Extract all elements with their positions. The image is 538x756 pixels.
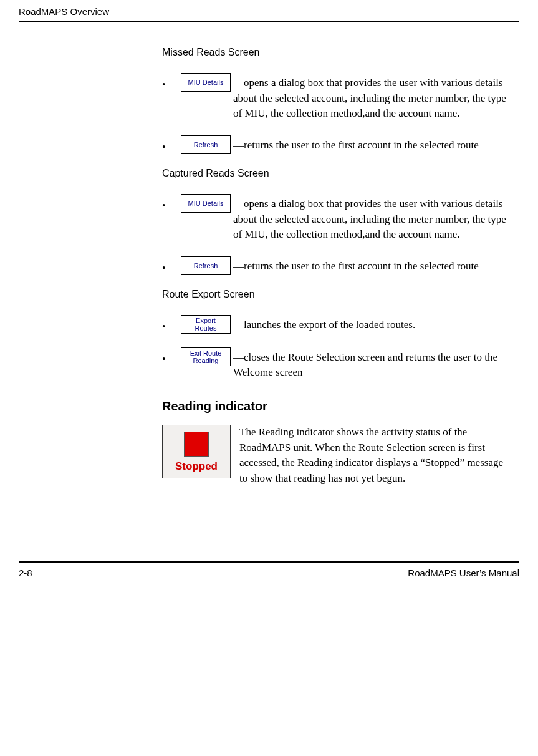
bullet-dot-icon: • bbox=[162, 347, 181, 365]
refresh-button[interactable]: Refresh bbox=[181, 256, 231, 275]
footer-manual-title: RoadMAPS User’s Manual bbox=[408, 568, 519, 578]
item-description: —closes the Route Selection screen and r… bbox=[233, 347, 507, 380]
bullet-dot-icon: • bbox=[162, 315, 181, 332]
reading-indicator-block: Stopped The Reading indicator shows the … bbox=[162, 425, 507, 487]
item-description: —opens a dialog box that provides the us… bbox=[233, 73, 507, 122]
reading-indicator-text: The Reading indicator shows the activity… bbox=[239, 425, 507, 487]
item-description: —returns the user to the first account i… bbox=[233, 256, 507, 274]
item-description: —returns the user to the first account i… bbox=[233, 135, 507, 153]
miu-details-button[interactable]: MIU Details bbox=[181, 194, 231, 213]
bullet-item: • Refresh —returns the user to the first… bbox=[162, 256, 507, 275]
refresh-button[interactable]: Refresh bbox=[181, 135, 231, 154]
dash: — bbox=[233, 139, 244, 151]
bullet-item: • MIU Details —opens a dialog box that p… bbox=[162, 194, 507, 243]
desc-text: launches the export of the loaded routes… bbox=[244, 319, 415, 331]
item-description: —opens a dialog box that provides the us… bbox=[233, 194, 507, 243]
bullet-item: • Exit Route Reading —closes the Route S… bbox=[162, 347, 507, 380]
bullet-item: • Export Routes —launches the export of … bbox=[162, 315, 507, 334]
dash: — bbox=[233, 319, 244, 331]
dash: — bbox=[233, 351, 244, 363]
page-footer: 2-8 RoadMAPS User’s Manual bbox=[19, 561, 519, 578]
reading-indicator-heading: Reading indicator bbox=[162, 399, 507, 414]
bullet-item: • Refresh —returns the user to the first… bbox=[162, 135, 507, 154]
item-description: —launches the export of the loaded route… bbox=[233, 315, 507, 333]
bullet-dot-icon: • bbox=[162, 256, 181, 274]
footer-page-number: 2-8 bbox=[19, 568, 32, 578]
section-title-captured: Captured Reads Screen bbox=[162, 168, 507, 179]
section-title-missed: Missed Reads Screen bbox=[162, 47, 507, 58]
dash: — bbox=[233, 260, 244, 272]
section-title-route-export: Route Export Screen bbox=[162, 289, 507, 300]
page-header: RoadMAPS Overview bbox=[19, 6, 519, 22]
bullet-dot-icon: • bbox=[162, 135, 181, 153]
bullet-dot-icon: • bbox=[162, 73, 181, 90]
bullet-dot-icon: • bbox=[162, 194, 181, 211]
stopped-square-icon bbox=[184, 432, 209, 457]
export-routes-button[interactable]: Export Routes bbox=[181, 315, 231, 334]
stopped-label: Stopped bbox=[175, 460, 218, 473]
desc-text: closes the Route Selection screen and re… bbox=[233, 351, 497, 379]
dash: — bbox=[233, 198, 244, 210]
bullet-item: • MIU Details —opens a dialog box that p… bbox=[162, 73, 507, 122]
reading-indicator-figure: Stopped bbox=[162, 425, 231, 478]
dash: — bbox=[233, 77, 244, 89]
exit-route-reading-button[interactable]: Exit Route Reading bbox=[181, 347, 231, 366]
miu-details-button[interactable]: MIU Details bbox=[181, 73, 231, 92]
desc-text: opens a dialog box that provides the use… bbox=[233, 198, 506, 240]
header-title: RoadMAPS Overview bbox=[19, 6, 109, 17]
desc-text: returns the user to the first account in… bbox=[244, 139, 479, 151]
desc-text: opens a dialog box that provides the use… bbox=[233, 77, 506, 119]
desc-text: returns the user to the first account in… bbox=[244, 260, 479, 272]
